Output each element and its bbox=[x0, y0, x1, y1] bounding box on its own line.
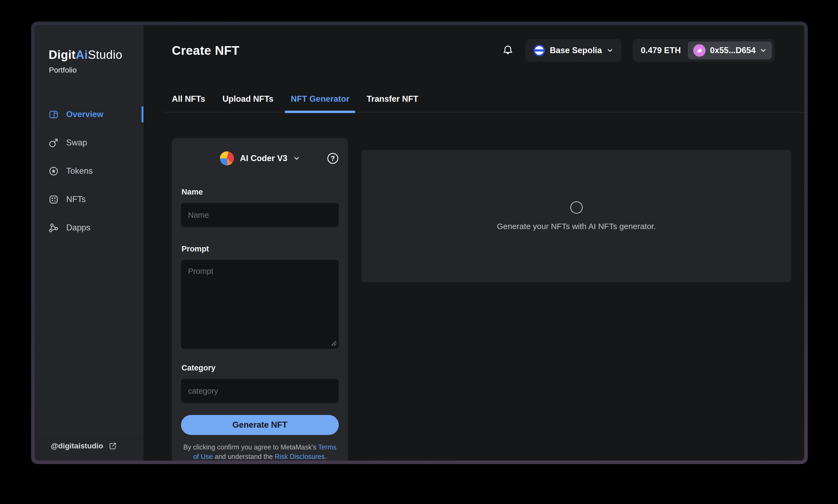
sidebar-item-overview[interactable]: Overview bbox=[35, 107, 143, 121]
empty-state-circle-icon bbox=[570, 201, 583, 214]
terms-text: By clicking confirm you agree to MetaMas… bbox=[181, 443, 339, 461]
sidebar: DigitAiStudio Portfolio Overview Swap To… bbox=[35, 25, 143, 461]
notifications-button[interactable] bbox=[502, 44, 514, 57]
wallet-address: 0x55...D654 bbox=[710, 46, 756, 55]
base-sepolia-network-icon bbox=[533, 45, 545, 56]
terms-suffix: . bbox=[325, 453, 327, 460]
social-handle: @digitaistudio bbox=[51, 442, 103, 450]
topbar: Create NFT Base Sepolia 0.479 ETH bbox=[172, 39, 774, 62]
chevron-down-icon bbox=[760, 47, 766, 54]
main-area: Create NFT Base Sepolia 0.479 ETH bbox=[143, 25, 804, 461]
nft-preview-panel: Generate your NFTs with AI NFTs generato… bbox=[361, 150, 791, 282]
model-row: AI Coder V3 ? bbox=[181, 151, 339, 166]
category-label: Category bbox=[182, 363, 339, 372]
name-input[interactable] bbox=[181, 203, 339, 227]
network-selector[interactable]: Base Sepolia bbox=[526, 39, 621, 62]
sidebar-item-label: Swap bbox=[66, 138, 87, 148]
app-window-inner: DigitAiStudio Portfolio Overview Swap To… bbox=[35, 25, 804, 461]
eth-balance: 0.479 ETH bbox=[641, 46, 681, 55]
resize-handle-icon[interactable] bbox=[331, 340, 337, 346]
generator-content: AI Coder V3 ? Name Prompt Category bbox=[172, 138, 791, 461]
terms-prefix: By clicking confirm you agree to MetaMas… bbox=[183, 443, 318, 451]
logo-subtitle: Portfolio bbox=[49, 66, 143, 74]
logo-part-studio: Studio bbox=[88, 48, 122, 61]
sidebar-item-label: NFTs bbox=[66, 195, 86, 204]
tab-label: Transfer NFT bbox=[366, 94, 418, 104]
nfts-icon bbox=[49, 195, 58, 204]
sidebar-item-dapps[interactable]: Dapps bbox=[35, 221, 143, 235]
help-button[interactable]: ? bbox=[327, 153, 338, 164]
app-window: DigitAiStudio Portfolio Overview Swap To… bbox=[31, 22, 808, 464]
logo-part-ai: Ai bbox=[76, 48, 88, 61]
nft-generator-card: AI Coder V3 ? Name Prompt Category bbox=[172, 138, 348, 461]
model-name: AI Coder V3 bbox=[240, 154, 288, 163]
network-name: Base Sepolia bbox=[550, 46, 602, 55]
chevron-down-icon bbox=[607, 47, 613, 54]
name-label: Name bbox=[182, 187, 339, 196]
prompt-wrap bbox=[181, 260, 339, 349]
topbar-right: Base Sepolia 0.479 ETH 0x55...D654 bbox=[502, 39, 774, 62]
tab-label: NFT Generator bbox=[291, 94, 349, 104]
swap-icon bbox=[49, 138, 58, 148]
sidebar-item-nfts[interactable]: NFTs bbox=[35, 192, 143, 206]
risk-disclosures-link[interactable]: Risk Disclosures bbox=[275, 453, 325, 460]
tab-nft-generator[interactable]: NFT Generator bbox=[291, 94, 349, 112]
page-title: Create NFT bbox=[172, 43, 239, 58]
model-selector[interactable]: AI Coder V3 bbox=[220, 151, 300, 165]
external-link-icon bbox=[108, 442, 117, 450]
tab-all-nfts[interactable]: All NFTs bbox=[172, 94, 205, 112]
overview-icon bbox=[49, 110, 58, 120]
terms-middle: and understand the bbox=[213, 453, 275, 460]
logo-part-digit: Digit bbox=[49, 48, 76, 61]
generate-nft-button[interactable]: Generate NFT bbox=[181, 415, 339, 435]
active-tab-underline bbox=[285, 111, 355, 113]
prompt-label: Prompt bbox=[182, 245, 339, 253]
social-handle-link[interactable]: @digitaistudio bbox=[35, 433, 143, 461]
sidebar-item-swap[interactable]: Swap bbox=[35, 136, 143, 150]
tab-transfer-nft[interactable]: Transfer NFT bbox=[366, 94, 418, 112]
wallet-avatar bbox=[693, 44, 706, 57]
tokens-icon bbox=[49, 166, 58, 176]
prompt-textarea[interactable] bbox=[181, 260, 339, 349]
empty-state-text: Generate your NFTs with AI NFTs generato… bbox=[497, 222, 656, 231]
sidebar-item-label: Tokens bbox=[66, 166, 93, 176]
unicorn-icon bbox=[696, 47, 703, 54]
active-nav-indicator bbox=[141, 106, 143, 123]
wallet-account-button[interactable]: 0x55...D654 bbox=[688, 41, 772, 59]
sidebar-item-label: Dapps bbox=[66, 223, 90, 233]
app-logo: DigitAiStudio bbox=[49, 48, 143, 61]
question-mark-icon: ? bbox=[331, 155, 335, 162]
sidebar-item-label: Overview bbox=[66, 110, 103, 119]
wallet-balance-group: 0.479 ETH 0x55...D654 bbox=[633, 39, 774, 62]
tab-label: Upload NFTs bbox=[222, 94, 273, 104]
bell-icon bbox=[502, 44, 514, 56]
tabs: All NFTs Upload NFTs NFT Generator Trans… bbox=[164, 94, 804, 112]
tab-label: All NFTs bbox=[172, 94, 205, 104]
chevron-down-icon bbox=[293, 155, 300, 162]
sidebar-nav: Overview Swap Tokens NFTs Dapps bbox=[35, 107, 143, 235]
category-input[interactable] bbox=[181, 379, 339, 403]
sidebar-item-tokens[interactable]: Tokens bbox=[35, 164, 143, 178]
tab-upload-nfts[interactable]: Upload NFTs bbox=[222, 94, 273, 112]
dapps-icon bbox=[49, 223, 58, 233]
ai-model-icon bbox=[220, 151, 234, 165]
